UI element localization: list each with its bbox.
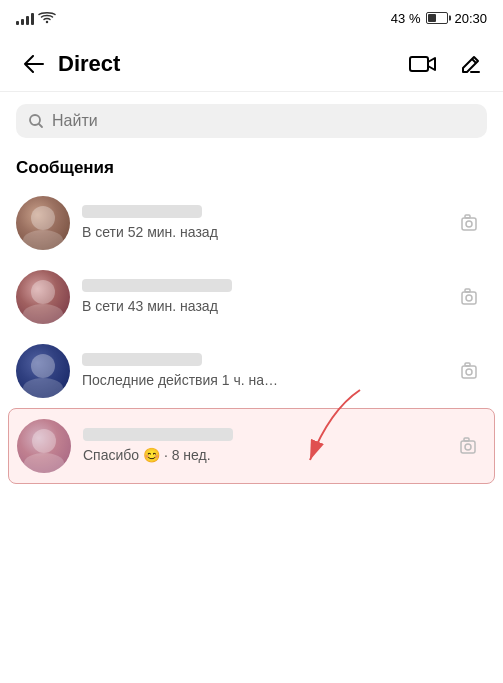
contact-name	[82, 353, 202, 366]
message-info: Спасибо 😊 · 8 нед.	[83, 428, 444, 464]
svg-rect-4	[465, 215, 470, 218]
avatar	[16, 196, 70, 250]
time-display: 20:30	[454, 11, 487, 26]
svg-rect-10	[465, 363, 470, 366]
search-bar[interactable]	[16, 104, 487, 138]
section-title: Сообщения	[16, 158, 487, 178]
svg-rect-13	[464, 438, 469, 441]
svg-rect-7	[465, 289, 470, 292]
svg-rect-11	[461, 441, 475, 453]
video-call-button[interactable]	[407, 48, 439, 80]
camera-button[interactable]	[457, 282, 487, 312]
svg-point-6	[466, 295, 472, 301]
header-icons	[407, 48, 487, 80]
battery-icon	[426, 12, 448, 24]
wifi-icon	[38, 11, 56, 25]
avatar	[16, 344, 70, 398]
signal-icon	[16, 11, 34, 25]
list-item[interactable]: Последние действия 1 ч. на…	[16, 334, 487, 408]
page-title: Direct	[58, 51, 407, 77]
list-item[interactable]: В сети 52 мин. назад	[16, 186, 487, 260]
message-list: В сети 52 мин. назад В сети 43 мин. наза…	[16, 186, 487, 484]
list-item[interactable]: В сети 43 мин. назад	[16, 260, 487, 334]
status-right: 43 % 20:30	[391, 11, 487, 26]
message-time: Последние действия 1 ч. на…	[82, 372, 278, 388]
camera-button[interactable]	[456, 431, 486, 461]
avatar	[17, 419, 71, 473]
header: Direct	[0, 36, 503, 92]
svg-rect-0	[410, 57, 428, 71]
search-input[interactable]	[52, 112, 475, 130]
svg-point-12	[465, 444, 471, 450]
contact-name	[83, 428, 233, 441]
message-time: Спасибо 😊 · 8 нед.	[83, 447, 211, 463]
message-info: В сети 43 мин. назад	[82, 279, 445, 315]
content-area: Сообщения В сети 52 мин. назад	[0, 92, 503, 496]
contact-name	[82, 279, 232, 292]
avatar	[16, 270, 70, 324]
message-info: Последние действия 1 ч. на…	[82, 353, 445, 389]
back-button[interactable]	[16, 46, 52, 82]
svg-point-3	[466, 221, 472, 227]
compose-button[interactable]	[455, 48, 487, 80]
list-item-highlighted[interactable]: Спасибо 😊 · 8 нед.	[8, 408, 495, 484]
search-icon	[28, 113, 44, 129]
camera-button[interactable]	[457, 356, 487, 386]
message-time: В сети 43 мин. назад	[82, 298, 218, 314]
status-bar: 43 % 20:30	[0, 0, 503, 36]
svg-rect-2	[462, 218, 476, 230]
camera-button[interactable]	[457, 208, 487, 238]
battery-percent: 43 %	[391, 11, 421, 26]
status-left	[16, 11, 56, 25]
contact-name	[82, 205, 202, 218]
message-info: В сети 52 мин. назад	[82, 205, 445, 241]
svg-rect-5	[462, 292, 476, 304]
svg-point-9	[466, 369, 472, 375]
svg-rect-8	[462, 366, 476, 378]
message-time: В сети 52 мин. назад	[82, 224, 218, 240]
